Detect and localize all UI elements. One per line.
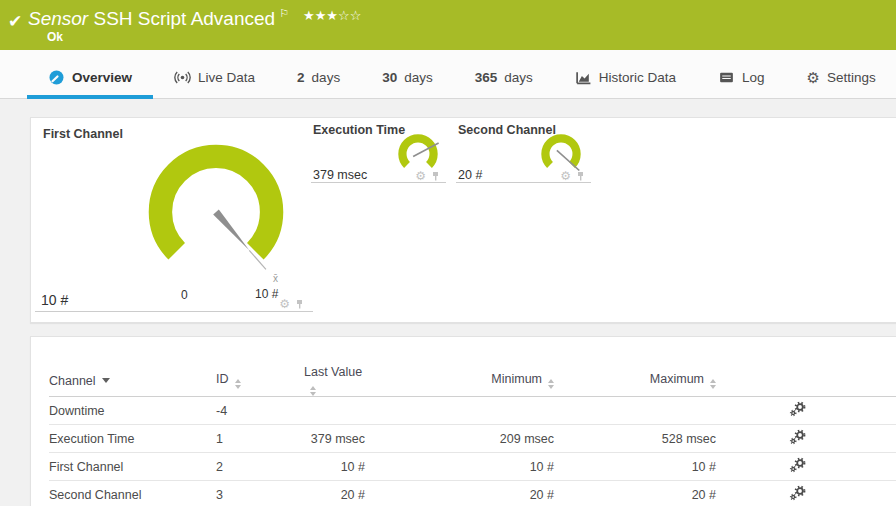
channel-maximum: 10 # — [562, 453, 724, 481]
table-row: First Channel 2 10 # 10 # 10 # — [49, 453, 896, 481]
channel-name: First Channel — [49, 453, 216, 481]
log-icon — [718, 70, 735, 85]
sort-icon — [548, 379, 554, 389]
gauge-cell-execution-time: Execution Time 379 msec ⚙ — [311, 118, 446, 183]
sort-desc-icon — [102, 378, 110, 383]
tab-overview[interactable]: Overview — [27, 56, 153, 98]
channel-settings-icon[interactable] — [789, 401, 806, 417]
column-header-channel[interactable]: Channel — [49, 365, 216, 397]
sensor-name: SSH Script Advanced — [93, 8, 275, 29]
channel-settings-icon[interactable] — [789, 457, 806, 473]
channel-name: Downtime — [49, 397, 216, 425]
gauges-panel: First Channel 0 10 # x̄ 10 # ⚙ Execution… — [30, 117, 896, 323]
page-title: Sensor SSH Script Advanced⚐★★★☆☆ — [28, 7, 361, 30]
gauge-average-marker: x̄ — [273, 273, 278, 284]
gauge-min-label: 0 — [181, 288, 188, 302]
pin-icon[interactable] — [575, 171, 586, 182]
first-channel-gauge — [138, 134, 294, 290]
gauge-title: Execution Time — [313, 123, 405, 137]
channel-minimum: 209 msec — [373, 425, 562, 453]
channel-minimum — [373, 397, 562, 425]
live-data-icon — [174, 70, 191, 85]
gauge-icon — [48, 69, 65, 86]
channel-id: 1 — [216, 425, 304, 453]
tab-30-days[interactable]: 30 days — [361, 56, 454, 98]
tab-label: days — [312, 70, 341, 85]
sort-icon — [235, 379, 241, 389]
channel-gear-icon[interactable]: ⚙ — [560, 170, 571, 182]
historic-chart-icon — [575, 70, 592, 85]
stars-empty[interactable]: ☆☆ — [338, 8, 361, 23]
channel-name: Execution Time — [49, 425, 216, 453]
tab-label: days — [504, 70, 533, 85]
tab-2-days[interactable]: 2 days — [276, 56, 361, 98]
column-header-maximum[interactable]: Maximum — [562, 365, 724, 397]
tab-number: 365 — [475, 70, 498, 85]
table-row: Second Channel 3 20 # 20 # 20 # — [49, 481, 896, 506]
channel-settings-icon[interactable] — [789, 485, 806, 501]
pin-icon[interactable] — [294, 299, 305, 310]
channel-id: -4 — [216, 397, 304, 425]
channel-last-value — [304, 397, 373, 425]
status-badge: Ok — [47, 30, 63, 44]
tab-label: Log — [742, 70, 765, 85]
pin-icon[interactable] — [430, 171, 441, 182]
table-header-row: Channel ID Last Value Minimum Maximum — [49, 365, 896, 397]
column-header-minimum[interactable]: Minimum — [373, 365, 562, 397]
tab-label: days — [404, 70, 433, 85]
gauge-max-label: 10 # — [255, 287, 278, 301]
channel-minimum: 10 # — [373, 453, 562, 481]
tab-number: 2 — [297, 70, 305, 85]
column-header-id[interactable]: ID — [216, 365, 304, 397]
gauge-value: 379 msec — [313, 168, 367, 182]
channel-last-value: 379 msec — [304, 425, 373, 453]
gauge-cell-first-channel: First Channel 0 10 # x̄ 10 # ⚙ — [35, 118, 313, 312]
gauge-value: 20 # — [458, 168, 482, 182]
channel-maximum — [562, 397, 724, 425]
tab-label: Overview — [72, 70, 132, 85]
gauge-cell-second-channel: Second Channel 20 # ⚙ — [456, 118, 591, 183]
sort-icon — [310, 386, 316, 396]
channel-minimum: 20 # — [373, 481, 562, 506]
tab-label: Live Data — [198, 70, 255, 85]
channel-name: Second Channel — [49, 481, 216, 506]
gauge-value: 10 # — [41, 292, 68, 308]
tab-label: Settings — [827, 70, 876, 85]
overview-content: First Channel 0 10 # x̄ 10 # ⚙ Execution… — [0, 99, 896, 506]
tab-log[interactable]: Log — [697, 56, 786, 98]
stars-filled[interactable]: ★★★ — [303, 8, 338, 23]
channels-table: Channel ID Last Value Minimum Maximum Do… — [49, 365, 896, 506]
flag-icon: ⚐ — [279, 7, 289, 19]
priority-stars[interactable]: ★★★☆☆ — [303, 8, 361, 23]
ok-check-icon: ✔ — [8, 13, 22, 30]
sort-icon — [710, 379, 716, 389]
tab-number: 30 — [382, 70, 397, 85]
sensor-status-header: ✔ Sensor SSH Script Advanced⚐★★★☆☆ Ok — [0, 0, 896, 50]
sensor-type-label: Sensor — [28, 8, 88, 29]
channel-gear-icon[interactable]: ⚙ — [415, 170, 426, 182]
tab-settings[interactable]: ⚙ Settings — [786, 56, 896, 98]
table-row: Downtime -4 — [49, 397, 896, 425]
column-header-actions — [724, 365, 814, 397]
sensor-tab-bar: Overview Live Data 2 days 30 days 365 da… — [0, 50, 896, 99]
channel-last-value: 20 # — [304, 481, 373, 506]
tab-historic-data[interactable]: Historic Data — [554, 56, 697, 98]
gauge-title: First Channel — [43, 127, 123, 141]
channel-id: 2 — [216, 453, 304, 481]
channel-maximum: 528 msec — [562, 425, 724, 453]
tab-live-data[interactable]: Live Data — [153, 56, 276, 98]
channel-maximum: 20 # — [562, 481, 724, 506]
column-header-last-value[interactable]: Last Value — [304, 365, 373, 397]
tab-label: Historic Data — [599, 70, 676, 85]
tab-365-days[interactable]: 365 days — [454, 56, 554, 98]
table-row: Execution Time 1 379 msec 209 msec 528 m… — [49, 425, 896, 453]
channel-last-value: 10 # — [304, 453, 373, 481]
channels-table-panel: Channel ID Last Value Minimum Maximum Do… — [30, 336, 896, 506]
channel-id: 3 — [216, 481, 304, 506]
gear-icon: ⚙ — [807, 70, 820, 85]
channel-gear-icon[interactable]: ⚙ — [279, 298, 290, 310]
channel-settings-icon[interactable] — [789, 429, 806, 445]
